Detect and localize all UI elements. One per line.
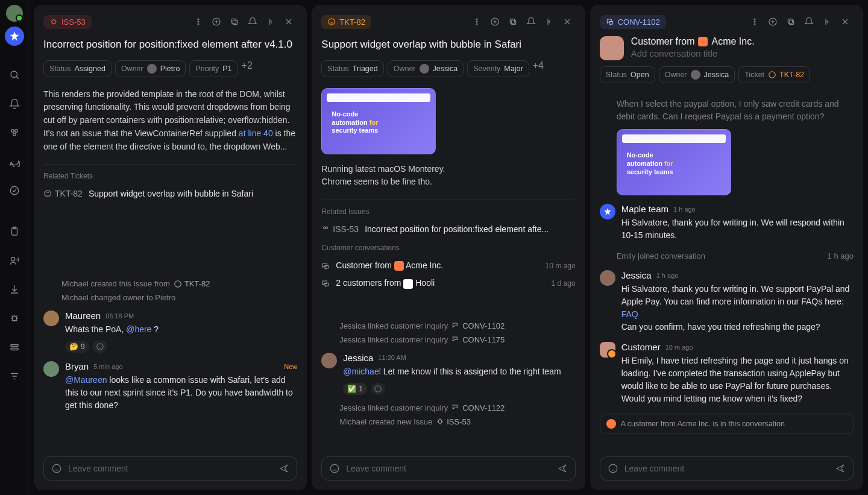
add-icon[interactable] bbox=[764, 13, 781, 30]
activity-row: Jessica linked customer inquiryCONV-1175 bbox=[321, 335, 575, 344]
collapse-icon[interactable] bbox=[819, 13, 835, 30]
svg-point-11 bbox=[52, 20, 55, 24]
comment-field[interactable] bbox=[624, 464, 829, 473]
status-chip[interactable]: StatusOpen bbox=[600, 66, 655, 83]
svg-point-30 bbox=[326, 227, 328, 229]
more-chips[interactable]: +4 bbox=[533, 60, 544, 77]
owner-chip[interactable]: OwnerJessica bbox=[659, 66, 735, 83]
org-logo-icon bbox=[394, 261, 404, 271]
svg-rect-16 bbox=[233, 20, 237, 24]
svg-point-41 bbox=[609, 464, 617, 473]
bug-icon[interactable] bbox=[2, 306, 27, 330]
message: Customer10 m ago Hi Emily, I have tried … bbox=[600, 342, 854, 405]
add-reaction-icon[interactable] bbox=[93, 341, 107, 353]
notify-icon[interactable] bbox=[244, 13, 261, 30]
reaction[interactable]: ✅1 bbox=[343, 383, 367, 395]
svg-point-4 bbox=[10, 186, 19, 195]
related-issue-row[interactable]: ISS-53 Incorrect position for position:f… bbox=[321, 221, 575, 238]
attachment-thumb[interactable]: No-code automation for security teams bbox=[321, 88, 436, 154]
cards-icon[interactable] bbox=[2, 335, 27, 359]
svg-rect-27 bbox=[511, 20, 515, 24]
svg-point-33 bbox=[331, 464, 339, 473]
user-avatar[interactable] bbox=[6, 5, 23, 22]
filter-icon[interactable] bbox=[2, 364, 27, 388]
status-chip[interactable]: StatusTriaged bbox=[321, 60, 383, 77]
collapse-icon[interactable] bbox=[541, 13, 558, 30]
send-icon[interactable] bbox=[278, 463, 289, 474]
issue-title: Incorrect position for position:fixed el… bbox=[43, 37, 297, 52]
notify-icon[interactable] bbox=[800, 13, 817, 30]
add-reaction-icon[interactable] bbox=[371, 383, 385, 395]
conversation-title-placeholder[interactable]: Add conversation title bbox=[631, 48, 854, 58]
svg-point-13 bbox=[198, 21, 199, 22]
more-icon[interactable] bbox=[468, 13, 485, 30]
add-icon[interactable] bbox=[486, 13, 503, 30]
owner-chip[interactable]: OwnerJessica bbox=[388, 60, 464, 77]
mention[interactable]: @here bbox=[126, 324, 151, 334]
related-ticket-row[interactable]: TKT-82 Support widget overlap with bubbl… bbox=[43, 185, 297, 202]
status-chip[interactable]: StatusAssigned bbox=[43, 60, 112, 77]
severity-chip[interactable]: SeverityMajor bbox=[467, 60, 529, 77]
priority-chip[interactable]: PriorityP1 bbox=[189, 60, 237, 77]
customer-avatar bbox=[600, 342, 615, 358]
close-icon[interactable] bbox=[280, 13, 297, 30]
add-icon[interactable] bbox=[208, 13, 225, 30]
clipboard-icon[interactable] bbox=[2, 219, 27, 244]
send-icon[interactable] bbox=[835, 463, 846, 474]
more-chips[interactable]: +2 bbox=[242, 60, 253, 77]
collapse-icon[interactable] bbox=[262, 13, 279, 30]
copy-icon[interactable] bbox=[226, 13, 243, 30]
ticket-chip[interactable]: TicketTKT-82 bbox=[738, 66, 810, 83]
activity-row: Michael created this Issue fromTKT-82 bbox=[43, 279, 297, 288]
emoji-icon[interactable] bbox=[329, 463, 340, 474]
issue-tag[interactable]: ISS-53 bbox=[43, 15, 92, 29]
svg-point-22 bbox=[329, 19, 335, 25]
conversation-row[interactable]: Customer from Acme Inc. 10 m ago bbox=[321, 257, 575, 274]
chat-icon[interactable] bbox=[2, 150, 27, 174]
download-icon[interactable] bbox=[2, 277, 27, 301]
search-icon[interactable] bbox=[2, 63, 27, 87]
issue-body: This renders the provided template in th… bbox=[43, 88, 297, 153]
copy-icon[interactable] bbox=[782, 13, 799, 30]
more-icon[interactable] bbox=[746, 13, 763, 30]
ticket-body: Running latest macOS Monterey.Chrome see… bbox=[321, 163, 575, 189]
bot-avatar bbox=[600, 204, 615, 219]
comment-field[interactable] bbox=[346, 464, 550, 473]
conversation-tag[interactable]: CONV-1102 bbox=[600, 15, 666, 29]
emoji-icon[interactable] bbox=[608, 463, 618, 474]
svg-point-2 bbox=[14, 130, 17, 133]
presence-notice: A customer from Acme Inc. is in this con… bbox=[600, 414, 854, 434]
notify-icon[interactable] bbox=[523, 13, 539, 30]
conversation-row[interactable]: 2 customers from Hooli 1 d ago bbox=[321, 274, 575, 292]
comment: Maureen06:18 PM Whats the PoA, @here ? 🤔… bbox=[43, 311, 297, 353]
comment-field[interactable] bbox=[68, 464, 272, 473]
close-icon[interactable] bbox=[837, 13, 854, 30]
check-circle-icon[interactable] bbox=[2, 178, 27, 203]
mention[interactable]: @michael bbox=[343, 367, 380, 376]
bell-icon[interactable] bbox=[2, 92, 27, 116]
more-icon[interactable] bbox=[190, 13, 207, 30]
owner-chip[interactable]: OwnerPietro bbox=[115, 60, 186, 77]
activity-row: Jessica linked customer inquiryCONV-1102 bbox=[321, 321, 575, 330]
conversation-id: CONV-1102 bbox=[618, 17, 660, 27]
comment-input[interactable] bbox=[43, 456, 297, 481]
code-link[interactable]: at line 40 bbox=[239, 128, 273, 138]
svg-point-36 bbox=[754, 24, 755, 25]
comment-input[interactable] bbox=[600, 456, 854, 481]
emoji-icon[interactable] bbox=[51, 463, 62, 474]
reaction[interactable]: 🤔9 bbox=[65, 341, 89, 353]
copy-icon[interactable] bbox=[505, 13, 521, 30]
ticket-tag[interactable]: TKT-82 bbox=[321, 15, 371, 29]
close-icon[interactable] bbox=[559, 13, 576, 30]
app-logo[interactable] bbox=[5, 27, 24, 46]
speaker-icon[interactable] bbox=[2, 248, 27, 273]
send-icon[interactable] bbox=[557, 463, 568, 474]
team-icon[interactable] bbox=[2, 121, 27, 145]
faq-link[interactable]: FAQ bbox=[621, 309, 638, 319]
comment-input[interactable] bbox=[321, 456, 575, 481]
conversation-org: Customer fromAcme Inc. bbox=[631, 36, 854, 47]
avatar bbox=[321, 353, 337, 368]
mention[interactable]: @Maureen bbox=[65, 375, 107, 385]
attachment-thumb[interactable]: No-code automation for security teams bbox=[617, 129, 731, 195]
svg-point-20 bbox=[96, 344, 103, 350]
